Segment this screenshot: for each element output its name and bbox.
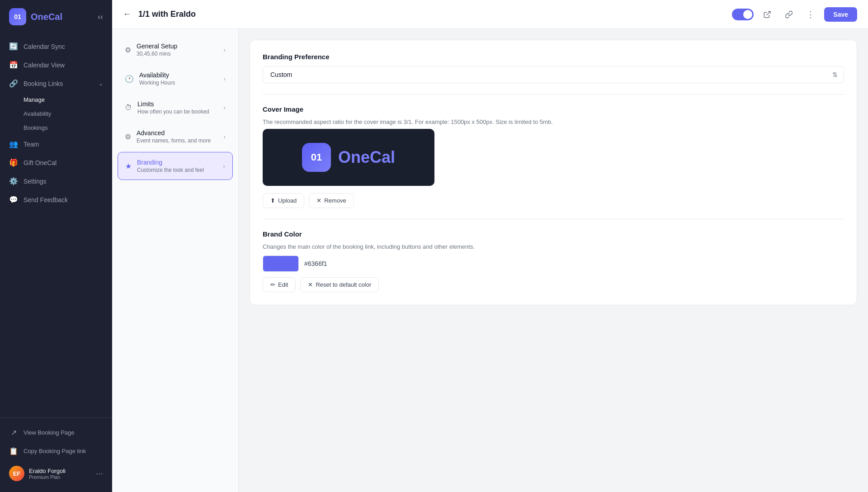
sidebar-item-manage[interactable]: Manage: [24, 93, 112, 107]
sidebar-item-bookings[interactable]: Bookings: [24, 121, 112, 135]
user-name: Eraldo Forgoli: [29, 468, 91, 474]
sidebar-bottom: ↗ View Booking Page 📋 Copy Booking Page …: [0, 417, 112, 492]
chevron-down-icon: ⌄: [99, 80, 103, 87]
branding-title: Branding: [137, 159, 223, 166]
page-title: 1/1 with Eraldo: [138, 9, 725, 19]
link-button[interactable]: [781, 6, 797, 23]
menu-item-availability[interactable]: 🕐 Availability Working Hours ›: [118, 65, 233, 92]
sidebar-item-team[interactable]: 👥 Team: [0, 135, 112, 153]
chevron-right-icon: ›: [223, 104, 226, 111]
divider-2: [263, 219, 844, 219]
edit-icon: ✏: [270, 281, 275, 288]
branding-icon: ★: [125, 162, 132, 170]
team-icon: 👥: [9, 140, 18, 148]
remove-icon: ✕: [316, 197, 321, 204]
settings-icon: ⚙️: [9, 177, 18, 185]
advanced-title: Advanced: [137, 129, 223, 137]
gift-icon: 🎁: [9, 158, 18, 167]
chevron-right-icon: ›: [223, 162, 225, 170]
svg-line-0: [767, 11, 770, 15]
external-link-button[interactable]: [759, 6, 775, 23]
color-row: #6366f1: [263, 255, 844, 272]
upload-icon: ⬆: [270, 197, 275, 204]
sidebar-item-copy-booking-link[interactable]: 📋 Copy Booking Page link: [0, 442, 112, 460]
brand-color-desc: Changes the main color of the booking li…: [263, 243, 844, 250]
user-plan: Premium Plan: [29, 474, 91, 480]
sidebar-item-gift-onecal[interactable]: 🎁 Gift OneCal: [0, 153, 112, 172]
chevron-right-icon: ›: [223, 75, 226, 82]
advanced-subtitle: Event names, forms, and more: [137, 137, 223, 144]
divider: [263, 94, 844, 95]
sidebar-item-booking-links[interactable]: 🔗 Booking Links ⌄: [0, 74, 112, 93]
right-panel: Branding Preference Custom Default None …: [239, 29, 868, 492]
branding-preference-select-wrapper: Custom Default None ⇅: [263, 66, 844, 83]
remove-button[interactable]: ✕ Remove: [309, 193, 354, 208]
cover-logo-icon: 01: [302, 143, 331, 172]
brand-color-label: Brand Color: [263, 230, 844, 238]
sidebar: 01 OneCal ‹‹ 🔄 Calendar Sync 📅 Calendar …: [0, 0, 112, 492]
cover-image-desc: The recommanded aspect ratio for the cov…: [263, 118, 844, 125]
reset-color-button[interactable]: ✕ Reset to default color: [300, 277, 379, 292]
logo-text: OneCal: [31, 12, 62, 22]
general-setup-subtitle: 30,45,60 mins: [137, 51, 223, 57]
feedback-icon: 💬: [9, 195, 18, 204]
booking-links-icon: 🔗: [9, 79, 18, 88]
external-link-icon: ↗: [9, 428, 18, 437]
menu-item-branding[interactable]: ★ Branding Customize the look and feel ›: [118, 152, 233, 180]
reset-icon: ✕: [308, 281, 313, 288]
brand-color-actions: ✏ Edit ✕ Reset to default color: [263, 277, 844, 292]
sidebar-item-view-booking-page[interactable]: ↗ View Booking Page: [0, 423, 112, 442]
branding-card: Branding Preference Custom Default None …: [250, 40, 857, 305]
back-button[interactable]: ←: [123, 9, 131, 19]
sidebar-item-calendar-sync[interactable]: 🔄 Calendar Sync: [0, 37, 112, 56]
chevron-right-icon: ›: [223, 133, 226, 140]
more-options-button[interactable]: ⋮: [802, 6, 819, 23]
limits-icon: ⏱: [125, 104, 132, 112]
left-panel: ⚙ General Setup 30,45,60 mins › 🕐 Availa…: [112, 29, 239, 492]
user-row: EF Eraldo Forgoli Premium Plan ⋯: [0, 460, 112, 487]
sidebar-nav: 🔄 Calendar Sync 📅 Calendar View 🔗 Bookin…: [0, 33, 112, 417]
general-setup-title: General Setup: [137, 43, 223, 50]
branding-subtitle: Customize the look and feel: [137, 167, 223, 173]
chevron-right-icon: ›: [223, 46, 226, 53]
sidebar-item-send-feedback[interactable]: 💬 Send Feedback: [0, 190, 112, 209]
copy-icon: 📋: [9, 447, 18, 455]
user-menu-button[interactable]: ⋯: [96, 469, 103, 478]
limits-subtitle: How often you can be booked: [137, 109, 223, 115]
advanced-icon: ⚙: [125, 132, 131, 141]
menu-item-limits[interactable]: ⏱ Limits How often you can be booked ›: [118, 94, 233, 121]
logo-area: 01 OneCal ‹‹: [0, 0, 112, 33]
branding-preference-select[interactable]: Custom Default None: [263, 66, 844, 83]
cover-image-actions: ⬆ Upload ✕ Remove: [263, 193, 844, 208]
calendar-sync-icon: 🔄: [9, 42, 18, 51]
upload-button[interactable]: ⬆ Upload: [263, 193, 304, 208]
menu-item-advanced[interactable]: ⚙ Advanced Event names, forms, and more …: [118, 123, 233, 150]
booking-links-subnav: Manage Availability Bookings: [0, 93, 112, 135]
sidebar-item-settings[interactable]: ⚙️ Settings: [0, 172, 112, 190]
limits-title: Limits: [137, 100, 223, 108]
general-setup-icon: ⚙: [125, 46, 131, 54]
calendar-view-icon: 📅: [9, 61, 18, 69]
avatar: EF: [9, 466, 24, 481]
logo-icon: 01: [9, 8, 26, 25]
header-actions: ⋮ Save: [732, 6, 857, 23]
cover-image-label: Cover Image: [263, 105, 844, 113]
availability-icon: 🕐: [125, 75, 134, 83]
content-area: ⚙ General Setup 30,45,60 mins › 🕐 Availa…: [112, 29, 868, 492]
event-toggle[interactable]: [732, 9, 754, 20]
cover-image-preview: 01 OneCal: [263, 129, 434, 186]
color-swatch[interactable]: [263, 255, 299, 272]
color-hex-value: #6366f1: [304, 260, 327, 267]
toggle-knob: [743, 10, 752, 19]
sidebar-item-availability[interactable]: Availability: [24, 107, 112, 121]
main-area: ← 1/1 with Eraldo ⋮ Save ⚙ General Setup: [112, 0, 868, 492]
cover-logo-text: OneCal: [338, 148, 395, 167]
user-info: Eraldo Forgoli Premium Plan: [29, 468, 91, 480]
sidebar-item-calendar-view[interactable]: 📅 Calendar View: [0, 56, 112, 74]
save-button[interactable]: Save: [824, 7, 857, 22]
edit-color-button[interactable]: ✏ Edit: [263, 277, 296, 292]
sidebar-toggle-button[interactable]: ‹‹: [98, 12, 103, 22]
menu-item-general-setup[interactable]: ⚙ General Setup 30,45,60 mins ›: [118, 36, 233, 63]
availability-title: Availability: [139, 71, 223, 79]
header: ← 1/1 with Eraldo ⋮ Save: [112, 0, 868, 29]
